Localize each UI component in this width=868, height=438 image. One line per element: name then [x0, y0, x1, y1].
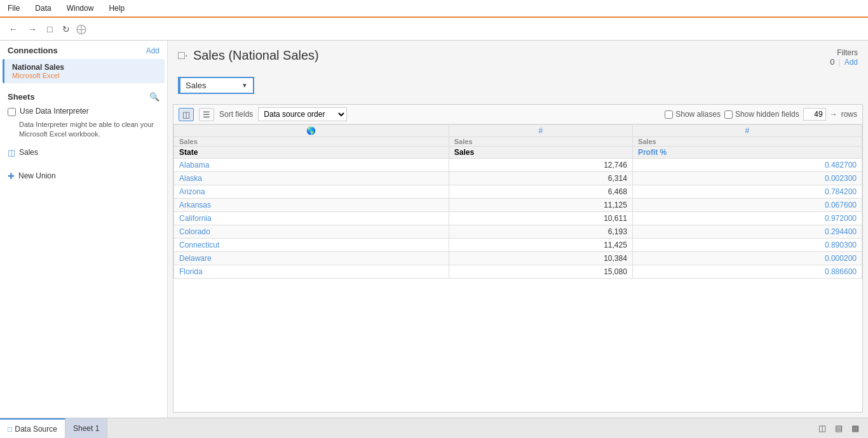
use-interpreter-checkbox[interactable] [8, 108, 16, 116]
search-icon[interactable]: 🔍 [149, 92, 159, 102]
col-name-sales[interactable]: Sales [449, 147, 632, 159]
state-cell: Arkansas [174, 199, 449, 212]
show-aliases-label: Show aliases [675, 110, 721, 119]
col-icon-state: 🌎 [174, 125, 449, 137]
table-row[interactable]: Alabama 12,746 0.482700 [174, 159, 862, 172]
profit-cell: 0.972000 [632, 212, 862, 225]
sales-cell: 15,080 [449, 265, 632, 279]
toolbar-drag-handle: ⨁ [76, 23, 86, 35]
content-area: Connections Add National Sales Microsoft… [0, 41, 868, 418]
new-union-label: New Union [18, 171, 56, 180]
new-union-item[interactable]: ✚ New Union [0, 168, 167, 184]
add-connection-link[interactable]: Add [146, 46, 159, 55]
grid-toolbar: ◫ ☰ Sort fields Data source order Alphab… [173, 105, 862, 124]
sales-cell: 11,425 [449, 239, 632, 252]
grid-view-button[interactable]: ◫ [179, 108, 194, 121]
tab-data-source[interactable]: □ Data Source [0, 418, 65, 438]
menu-data[interactable]: Data [32, 3, 53, 14]
profit-cell: 0.000200 [632, 252, 862, 265]
profit-cell: 0.784200 [632, 185, 862, 199]
menu-window[interactable]: Window [64, 3, 97, 14]
rows-arrow-icon: → [830, 110, 837, 119]
table-source-area: Sales ▼ [168, 72, 868, 99]
grid-toolbar-left: ◫ ☰ Sort fields Data source order Alphab… [179, 107, 347, 121]
col-source-profit: Sales [632, 137, 862, 147]
profit-cell: 0.002300 [632, 172, 862, 185]
state-cell: Alaska [174, 172, 449, 185]
page-header: □· Sales (National Sales) Filters 0 | Ad… [168, 41, 868, 72]
table-row[interactable]: Colorado 6,193 0.294400 [174, 225, 862, 239]
state-cell: California [174, 212, 449, 225]
profit-cell: 0.294400 [632, 225, 862, 239]
page-title: Sales (National Sales) [193, 48, 319, 63]
interpreter-note: Data Interpreter might be able to clean … [0, 119, 167, 145]
refresh-button[interactable]: ↻ [58, 22, 74, 37]
use-interpreter-label: Use Data Interpreter [20, 107, 89, 116]
table-row[interactable]: Connecticut 11,425 0.890300 [174, 239, 862, 252]
list-view-button[interactable]: ☰ [199, 108, 214, 121]
state-cell: Colorado [174, 225, 449, 239]
filters-add-link[interactable]: Add [844, 58, 858, 67]
table-source-dropdown[interactable]: Sales ▼ [178, 77, 254, 94]
table-source-text: Sales [186, 81, 207, 90]
page-title-area: □· Sales (National Sales) [178, 48, 319, 63]
connections-header: Connections Add [0, 41, 167, 58]
sheet-item-sales[interactable]: ◫ Sales [0, 145, 167, 161]
menu-help[interactable]: Help [106, 3, 127, 14]
show-hidden-label: Show hidden fields [735, 110, 799, 119]
profit-cell: 0.886600 [632, 265, 862, 279]
table-row[interactable]: Arizona 6,468 0.784200 [174, 185, 862, 199]
show-aliases-checkbox-row[interactable]: Show aliases [665, 110, 721, 119]
table-row[interactable]: Florida 15,080 0.886600 [174, 265, 862, 279]
app-body: ← → □ ↻ ⨁ Connections Add National Sales… [0, 18, 868, 438]
data-source-tab-label: Data Source [15, 425, 57, 434]
new-dashboard-button[interactable]: ▤ [831, 421, 846, 435]
state-cell: Arizona [174, 185, 449, 199]
sidebar: Connections Add National Sales Microsoft… [0, 41, 168, 418]
table-row[interactable]: California 10,611 0.972000 [174, 212, 862, 225]
col-source-state: Sales [174, 137, 449, 147]
new-union-icon: ✚ [8, 171, 15, 181]
table-row[interactable]: Alaska 6,314 0.002300 [174, 172, 862, 185]
show-hidden-checkbox-row[interactable]: Show hidden fields [724, 110, 799, 119]
data-table-body: Alabama 12,746 0.482700 Alaska 6,314 0.0… [174, 159, 862, 279]
main-canvas: □· Sales (National Sales) Filters 0 | Ad… [168, 41, 868, 418]
page-title-icon: □· [178, 49, 188, 62]
forward-button[interactable]: → [24, 22, 41, 37]
bottom-bar: □ Data Source Sheet 1 ◫ ▤ ▩ [0, 418, 868, 438]
save-button[interactable]: □ [43, 22, 56, 37]
profit-cell: 0.482700 [632, 159, 862, 172]
data-table-wrapper[interactable]: 🌎 # # Sales Sales Sales State [173, 124, 862, 412]
table-row[interactable]: Delaware 10,384 0.000200 [174, 252, 862, 265]
menu-file[interactable]: File [5, 3, 22, 14]
column-type-row: 🌎 # # [174, 125, 862, 137]
table-row[interactable]: Arkansas 11,125 0.067600 [174, 199, 862, 212]
filters-count: 0 [830, 57, 834, 67]
connection-name: National Sales [12, 63, 157, 72]
connection-item-national-sales[interactable]: National Sales Microsoft Excel [3, 59, 165, 83]
sheet-icon: ◫ [8, 148, 15, 157]
rows-input[interactable] [803, 108, 826, 121]
tab-sheet1[interactable]: Sheet 1 [65, 418, 107, 438]
show-aliases-checkbox[interactable] [665, 110, 673, 119]
col-name-profit[interactable]: Profit % [632, 147, 862, 159]
profit-cell: 0.890300 [632, 239, 862, 252]
filters-label: Filters [830, 48, 858, 57]
sales-cell: 6,468 [449, 185, 632, 199]
col-name-state[interactable]: State [174, 147, 449, 159]
col-icon-profit: # [632, 125, 862, 137]
sales-cell: 6,193 [449, 225, 632, 239]
show-hidden-checkbox[interactable] [724, 110, 733, 119]
sheet1-tab-label: Sheet 1 [73, 424, 99, 433]
sort-select[interactable]: Data source order Alphabetical [258, 107, 347, 121]
sales-cell: 10,384 [449, 252, 632, 265]
new-sheet-button[interactable]: ◫ [815, 421, 830, 435]
col-source-sales: Sales [449, 137, 632, 147]
back-button[interactable]: ← [5, 22, 22, 37]
sales-cell: 11,125 [449, 199, 632, 212]
new-story-button[interactable]: ▩ [848, 421, 863, 435]
use-interpreter-row: Use Data Interpreter [0, 104, 167, 119]
sheets-section: Sheets 🔍 Use Data Interpreter Data Inter… [0, 84, 167, 166]
grid-area: ◫ ☰ Sort fields Data source order Alphab… [173, 104, 863, 413]
sales-cell: 10,611 [449, 212, 632, 225]
